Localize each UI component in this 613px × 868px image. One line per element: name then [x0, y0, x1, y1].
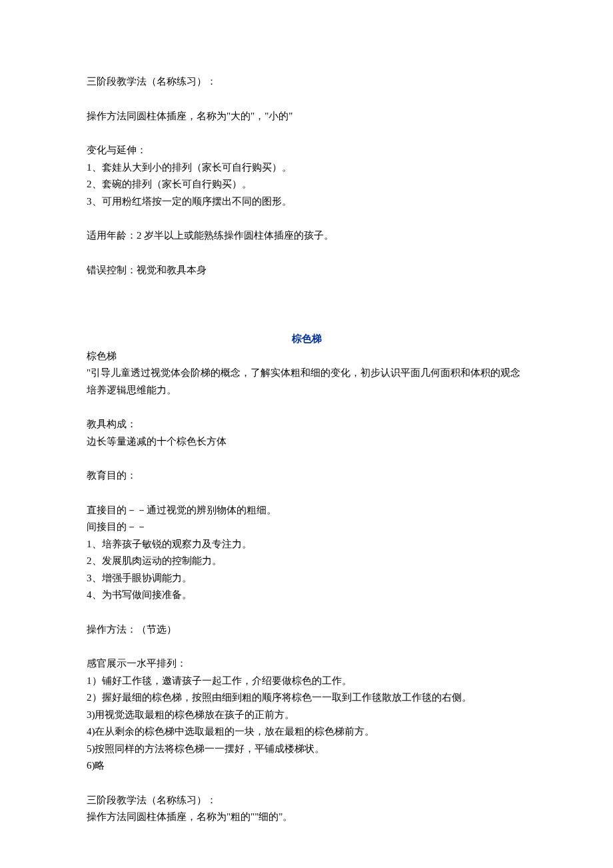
spacer [87, 245, 526, 262]
variation-item-3: 3、可用粉红塔按一定的顺序摆出不同的图形。 [87, 193, 526, 211]
operation-heading: 操作方法：（节选） [87, 621, 526, 639]
composition-body: 边长等量递减的十个棕色长方体 [87, 433, 526, 451]
applicable-age: 适用年龄：2 岁半以上或能熟练操作圆柱体插座的孩子。 [87, 227, 526, 245]
spacer [87, 775, 526, 792]
indirect-item-2: 2、发展肌肉运动的控制能力。 [87, 553, 526, 570]
material-name: 棕色梯 [87, 348, 526, 365]
education-heading: 教育目的： [87, 467, 526, 485]
composition-heading: 教具构成： [87, 416, 526, 433]
spacer [87, 210, 526, 227]
spacer [87, 450, 526, 467]
spacer [87, 313, 526, 331]
variation-item-1: 1、套娃从大到小的排列（家长可自行购买）。 [87, 159, 526, 177]
section-title-brown-stair: 棕色梯 [87, 331, 526, 348]
three-stage-heading-1: 三阶段教学法（名称练习）： [87, 73, 526, 91]
variation-item-2: 2、套碗的排列（家长可自行购买）。 [87, 176, 526, 193]
spacer [87, 279, 526, 296]
direct-purpose: 直接目的－－通过视觉的辨别物体的粗细。 [87, 502, 526, 519]
step-1: 1）铺好工作毯，邀请孩子一起工作，介绍要做棕色的工作。 [87, 673, 526, 690]
spacer [87, 296, 526, 313]
three-stage-heading-2: 三阶段教学法（名称练习）： [87, 792, 526, 809]
indirect-item-3: 3、增强手眼协调能力。 [87, 570, 526, 587]
three-stage-body: 操作方法同圆柱体插座，名称为"粗的""细的"。 [87, 809, 526, 826]
step-6: 6)略 [87, 757, 526, 775]
step-4: 4)在从剩余的棕色梯中选取最粗的一块，放在最粗的棕色梯前方。 [87, 723, 526, 741]
spacer [87, 399, 526, 416]
indirect-item-4: 4、为书写做间接准备。 [87, 587, 526, 604]
spacer [87, 91, 526, 108]
spacer [87, 485, 526, 502]
step-3: 3)用视觉选取最粗的棕色梯放在孩子的正前方。 [87, 707, 526, 724]
material-intro: "引导儿童透过视觉体会阶梯的概念，了解实体粗和细的变化，初步认识平面几何面积和体… [87, 365, 526, 399]
spacer [87, 125, 526, 142]
spacer [87, 604, 526, 621]
indirect-item-1: 1、培养孩子敏锐的观察力及专注力。 [87, 536, 526, 553]
spacer [87, 638, 526, 655]
variation-heading: 变化与延伸： [87, 142, 526, 159]
document-page: 三阶段教学法（名称练习）： 操作方法同圆柱体插座，名称为"大的"，"小的" 变化… [0, 0, 613, 868]
step-2: 2）握好最细的棕色梯，按照由细到粗的顺序将棕色一一取到工作毯散放工作毯的右侧。 [87, 689, 526, 707]
sensory-heading: 感官展示一水平排列： [87, 655, 526, 673]
method-description: 操作方法同圆柱体插座，名称为"大的"，"小的" [87, 108, 526, 125]
indirect-heading: 间接目的－－ [87, 519, 526, 536]
step-5: 5)按照同样的方法将棕色梯一一摆好，平铺成楼梯状。 [87, 741, 526, 758]
error-control: 错误控制：视觉和教具本身 [87, 262, 526, 279]
